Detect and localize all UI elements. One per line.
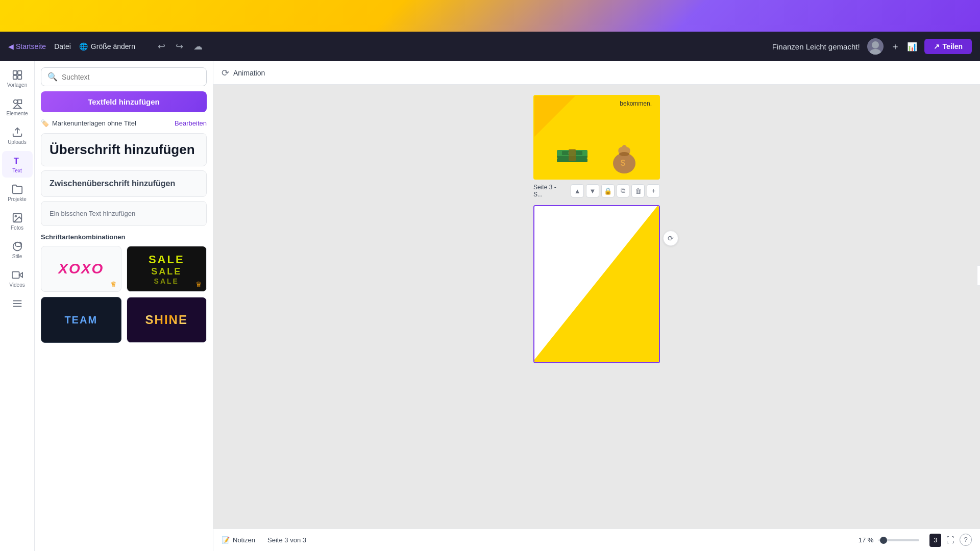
slide-copy-button[interactable]: ⧉	[617, 184, 630, 197]
sidebar-item-text-label: Text	[12, 168, 21, 173]
sidebar-icons: Vorlagen Elemente Uploads T Text Projekt…	[0, 61, 35, 551]
top-decorative-bar	[0, 0, 980, 32]
size-button[interactable]: 🌐 Größe ändern	[79, 42, 135, 51]
zoom-label: 17 %	[859, 536, 874, 544]
search-icon: 🔍	[47, 72, 58, 82]
header-center: ↩ ↪ ☁	[156, 39, 205, 54]
bottom-bar: 📝 Notizen Seite 3 von 3 17 % 3 ⛶ ?	[213, 529, 980, 551]
header-left: ◀ Startseite Datei 🌐 Größe ändern	[8, 42, 135, 51]
svg-rect-7	[17, 100, 21, 104]
svg-text:T: T	[13, 156, 18, 165]
slide-3-label: Seite 3 - S...	[533, 184, 567, 198]
font-combos: XOXO ♛ SALE SALE SALE ♛ TEAM	[41, 246, 207, 343]
slide-3-controls-row: Seite 3 - S... ▲ ▼ 🔒 ⧉ 🗑 ＋	[533, 184, 660, 198]
sidebar-item-uploads[interactable]: Uploads	[2, 122, 33, 149]
slide-up-button[interactable]: ▲	[571, 184, 584, 197]
share-icon: ↗	[934, 42, 940, 51]
body-text: Ein bisschen Text hinzufügen	[50, 210, 198, 217]
font-combo-sale[interactable]: SALE SALE SALE ♛	[127, 246, 207, 292]
money-stack-icon	[554, 143, 590, 173]
add-textfield-button[interactable]: Textfeld hinzufügen	[41, 91, 207, 112]
zoom-slider[interactable]	[878, 539, 919, 541]
sidebar-item-videos[interactable]: Videos	[2, 265, 33, 292]
sidebar-item-stile-label: Stile	[12, 254, 22, 259]
notes-label: Notizen	[233, 536, 255, 544]
svg-rect-5	[17, 76, 21, 79]
slide-column: bekommen.	[533, 95, 660, 363]
bekommen-text: bekommen.	[620, 100, 652, 107]
cloud-save-icon[interactable]: ☁	[191, 39, 205, 54]
sidebar-item-stile[interactable]: Stile	[2, 237, 33, 263]
sale-stack: SALE SALE SALE	[149, 253, 185, 285]
sidebar-item-elemente-label: Elemente	[6, 111, 28, 116]
sidebar-item-fotos[interactable]: Fotos	[2, 208, 33, 235]
search-input[interactable]	[62, 73, 200, 81]
size-emoji: 🌐	[79, 42, 88, 51]
xoxo-text: XOXO	[58, 261, 104, 277]
slide-3-inner	[534, 206, 659, 362]
sidebar-item-projekte-label: Projekte	[8, 196, 27, 202]
slide-lock-button[interactable]: 🔒	[601, 184, 615, 197]
fullscreen-button[interactable]: ⛶	[944, 534, 957, 547]
main-layout: Vorlagen Elemente Uploads T Text Projekt…	[0, 61, 980, 551]
svg-rect-15	[12, 272, 19, 279]
redo-button[interactable]: ↪	[174, 39, 185, 54]
back-button[interactable]: ◀ Startseite	[8, 42, 46, 51]
subheading-card[interactable]: Zwischenüberschrift hinzufügen	[41, 170, 207, 197]
font-combo-shine[interactable]: SHINE	[127, 297, 207, 343]
share-button[interactable]: ↗ Teilen	[924, 39, 972, 54]
money-illustration: $	[534, 138, 659, 179]
canvas-area: ⟳ Animation bekommen.	[213, 61, 980, 551]
svg-marker-14	[19, 272, 22, 277]
slide-2-thumbnail[interactable]: bekommen.	[533, 95, 660, 180]
notes-button[interactable]: 📝 Notizen	[222, 536, 255, 544]
panel-content: 🔍 Textfeld hinzufügen 🏷️ Markenunterlage…	[35, 61, 213, 551]
svg-rect-24	[569, 149, 576, 161]
project-title: Finanzen Leicht gemacht!	[772, 42, 860, 51]
brand-row: 🏷️ Markenunterlagen ohne Titel Bearbeite…	[41, 119, 207, 127]
slide-3-main[interactable]	[533, 205, 660, 363]
datei-label[interactable]: Datei	[54, 42, 71, 51]
slide-delete-button[interactable]: 🗑	[631, 184, 645, 197]
font-combo-xoxo[interactable]: XOXO ♛	[41, 246, 121, 292]
svg-marker-8	[13, 105, 21, 108]
svg-rect-4	[13, 76, 16, 79]
heading-text: Überschrift hinzufügen	[50, 142, 198, 158]
back-arrow-icon: ◀	[8, 42, 14, 51]
sidebar-item-elemente[interactable]: Elemente	[2, 94, 33, 120]
header: ◀ Startseite Datei 🌐 Größe ändern ↩ ↪ ☁ …	[0, 32, 980, 61]
animation-icon: ⟳	[222, 67, 229, 79]
heading-card[interactable]: Überschrift hinzufügen	[41, 133, 207, 166]
subheading-text: Zwischenüberschrift hinzufügen	[50, 179, 198, 188]
help-button[interactable]: ?	[960, 534, 972, 546]
sidebar-item-videos-label: Videos	[9, 282, 24, 288]
font-combo-team[interactable]: TEAM	[41, 297, 121, 343]
sale-line3: SALE	[154, 277, 179, 285]
sidebar-item-text[interactable]: T Text	[2, 151, 33, 178]
body-text-card[interactable]: Ein bisschen Text hinzufügen	[41, 201, 207, 226]
sidebar-item-uploads-label: Uploads	[8, 139, 27, 145]
slide-add-button[interactable]: ＋	[647, 184, 660, 197]
animation-label: Animation	[233, 69, 265, 77]
stats-icon[interactable]: 📊	[907, 42, 917, 52]
slide-refresh-button[interactable]: ⟳	[663, 231, 678, 246]
add-collaborator-button[interactable]: ＋	[891, 40, 900, 53]
slide-down-button[interactable]: ▼	[586, 184, 599, 197]
sidebar-item-projekte[interactable]: Projekte	[2, 180, 33, 206]
startseite-label: Startseite	[16, 42, 46, 51]
svg-rect-3	[17, 71, 21, 74]
page-info: Seite 3 von 3	[267, 536, 306, 544]
sidebar-item-vorlagen[interactable]: Vorlagen	[2, 65, 33, 92]
shine-text: SHINE	[145, 313, 188, 327]
header-right: Finanzen Leicht gemacht! ＋ 📊 ↗ Teilen	[772, 38, 972, 55]
share-label: Teilen	[943, 42, 963, 51]
sidebar-item-fotos-label: Fotos	[11, 225, 23, 231]
sale-line2: SALE	[151, 266, 182, 277]
premium-crown-1: ♛	[110, 280, 117, 288]
edit-link[interactable]: Bearbeiten	[175, 119, 207, 127]
sale-line1: SALE	[149, 253, 185, 266]
brand-name: Markenunterlagen ohne Titel	[52, 119, 136, 127]
svg-rect-2	[13, 71, 16, 74]
undo-button[interactable]: ↩	[156, 39, 167, 54]
sidebar-item-patterns[interactable]	[2, 294, 33, 315]
